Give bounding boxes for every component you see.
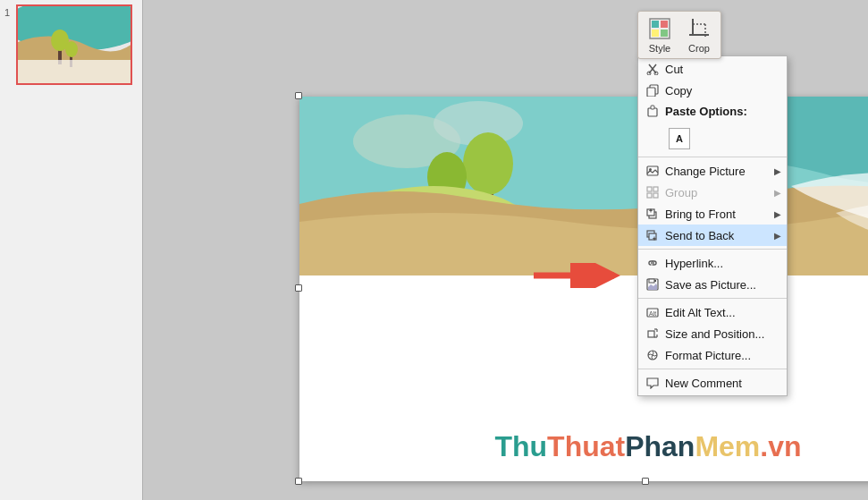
- group-icon: [645, 185, 660, 199]
- svg-rect-6: [18, 60, 132, 85]
- svg-rect-56: [654, 280, 656, 282]
- hyperlink-icon: [645, 256, 660, 270]
- svg-rect-10: [652, 30, 659, 37]
- menu-item-bring-to-front[interactable]: Bring to Front ▶: [638, 203, 787, 225]
- change-picture-arrow: ▶: [774, 166, 781, 176]
- change-picture-icon: [645, 164, 660, 178]
- svg-rect-59: [648, 331, 654, 337]
- style-label: Style: [649, 43, 670, 54]
- crop-label: Crop: [688, 43, 710, 54]
- svg-point-21: [463, 132, 513, 195]
- menu-change-picture-label: Change Picture: [665, 165, 780, 178]
- svg-rect-42: [653, 187, 658, 191]
- menu-copy-label: Copy: [665, 84, 780, 97]
- slide-panel: 1: [0, 0, 143, 500]
- handle-bottom-left[interactable]: [295, 478, 302, 485]
- svg-rect-41: [647, 187, 652, 191]
- menu-item-send-to-back[interactable]: Send to Back ▶: [638, 225, 787, 246]
- copy-icon: [645, 83, 660, 97]
- paste-option-box[interactable]: A: [669, 128, 690, 149]
- thumbnail-content: [18, 6, 131, 83]
- svg-rect-36: [647, 88, 655, 97]
- svg-text:Alt: Alt: [649, 310, 656, 317]
- arrow-pointer: [532, 263, 626, 288]
- group-arrow: ▶: [774, 188, 781, 198]
- menu-item-cut[interactable]: Cut: [638, 58, 787, 80]
- svg-point-5: [65, 41, 78, 57]
- bring-to-front-icon: [645, 207, 660, 221]
- crop-tool[interactable]: Crop: [687, 16, 712, 54]
- menu-new-comment-label: New Comment: [665, 377, 780, 390]
- menu-item-paste-options[interactable]: Paste Options: A: [638, 101, 787, 154]
- menu-group-label: Group: [665, 186, 780, 199]
- menu-item-save-as-picture[interactable]: Save as Picture...: [638, 274, 787, 295]
- menu-item-format-picture[interactable]: Format Picture...: [638, 344, 787, 366]
- new-comment-icon: [645, 376, 660, 390]
- menu-save-as-picture-label: Save as Picture...: [665, 278, 780, 292]
- send-to-back-arrow: ▶: [774, 231, 781, 241]
- svg-rect-38: [651, 106, 654, 109]
- menu-item-change-picture[interactable]: Change Picture ▶: [638, 160, 787, 182]
- watermark-thuat: Thuat: [547, 430, 625, 462]
- context-menu: Cut Copy Paste Options: A: [637, 55, 788, 396]
- svg-point-40: [649, 168, 652, 171]
- handle-middle-left[interactable]: [295, 284, 302, 292]
- svg-rect-8: [652, 21, 659, 28]
- slide-number: 1: [4, 7, 10, 18]
- menu-bring-to-front-label: Bring to Front: [665, 208, 780, 221]
- slide-thumbnail[interactable]: [16, 4, 132, 85]
- watermark-thu: Thu: [494, 430, 547, 462]
- menu-item-copy[interactable]: Copy: [638, 80, 787, 101]
- bring-to-front-arrow: ▶: [774, 209, 781, 219]
- send-to-back-icon: [645, 228, 660, 242]
- separator-3: [638, 298, 787, 299]
- format-picture-icon: [645, 348, 660, 362]
- menu-item-hyperlink[interactable]: Hyperlink...: [638, 252, 787, 274]
- save-as-picture-icon: [645, 277, 660, 292]
- menu-paste-options-label: Paste Options:: [665, 105, 747, 118]
- cut-icon: [645, 62, 660, 76]
- svg-rect-43: [647, 193, 652, 198]
- separator-2: [638, 249, 787, 250]
- size-position-icon: [645, 326, 660, 341]
- menu-cut-label: Cut: [665, 63, 780, 76]
- menu-edit-alt-text-label: Edit Alt Text...: [665, 306, 780, 319]
- svg-rect-9: [661, 21, 668, 28]
- style-icon: [647, 16, 672, 41]
- menu-send-to-back-label: Send to Back: [665, 229, 780, 242]
- separator-1: [638, 157, 787, 157]
- separator-4: [638, 369, 787, 369]
- watermark-vn: .vn: [760, 430, 801, 462]
- handle-top-left[interactable]: [295, 92, 302, 99]
- menu-hyperlink-label: Hyperlink...: [665, 257, 780, 270]
- style-tool[interactable]: Style: [647, 16, 672, 54]
- menu-item-edit-alt-text[interactable]: Alt Edit Alt Text...: [638, 301, 787, 323]
- svg-rect-44: [653, 193, 658, 198]
- paste-icon: [645, 104, 660, 118]
- main-canvas: Style Crop: [143, 0, 868, 500]
- menu-size-position-label: Size and Position...: [665, 327, 780, 341]
- mini-toolbar: Style Crop: [637, 11, 721, 59]
- menu-item-group[interactable]: Group ▶: [638, 182, 787, 203]
- edit-alt-text-icon: Alt: [645, 305, 660, 319]
- svg-rect-11: [661, 30, 668, 37]
- handle-bottom-middle[interactable]: [642, 478, 649, 485]
- menu-item-new-comment[interactable]: New Comment: [638, 372, 787, 394]
- crop-icon: [687, 16, 712, 41]
- watermark-phan: Phan: [625, 430, 695, 462]
- svg-rect-55: [649, 279, 654, 283]
- menu-item-size-and-position[interactable]: Size and Position...: [638, 323, 787, 344]
- menu-format-picture-label: Format Picture...: [665, 349, 780, 362]
- watermark-mem: Mem: [695, 430, 760, 462]
